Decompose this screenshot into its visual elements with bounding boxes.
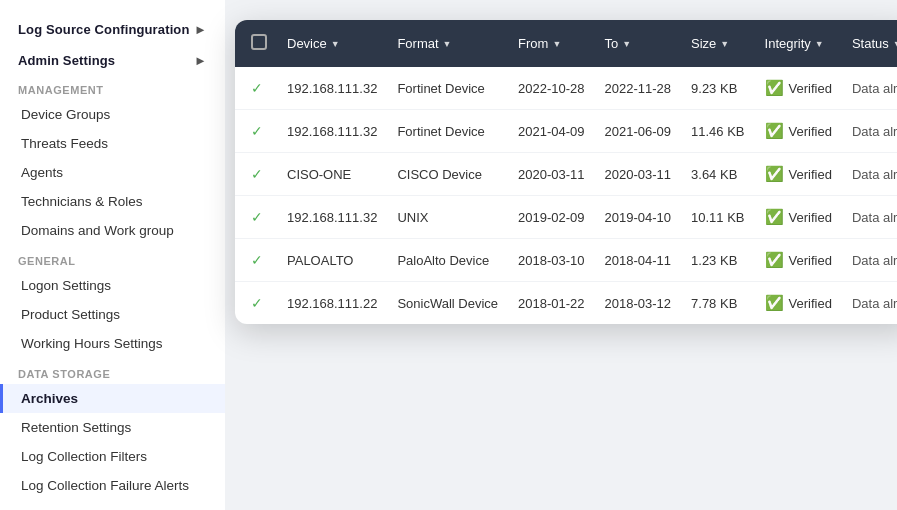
status-value: Data already available (852, 124, 897, 139)
row-check-cell[interactable]: ✓ (235, 110, 277, 153)
integrity-value: Verified (789, 210, 832, 225)
table-header: Device▼Format▼From▼To▼Size▼Integrity▼Sta… (235, 20, 897, 67)
select-all-checkbox[interactable] (251, 34, 267, 50)
sidebar: Log Source Confinguration►Admin Settings… (0, 0, 225, 510)
expand-arrow-icon: ► (194, 22, 207, 37)
integrity-cell: ✅ Verified (755, 110, 842, 153)
expand-arrow-icon: ► (194, 53, 207, 68)
status-value: Data already available (852, 81, 897, 96)
sidebar-section-title[interactable]: System Settings► (0, 500, 225, 510)
size-cell: 7.78 KB (681, 282, 755, 325)
format-cell: Fortinet Device (387, 110, 508, 153)
to-cell: 2021-06-09 (595, 110, 682, 153)
col-header-format[interactable]: Format▼ (387, 20, 508, 67)
col-header-device[interactable]: Device▼ (277, 20, 387, 67)
sort-icon: ▼ (720, 39, 729, 49)
sidebar-section-title[interactable]: Log Source Confinguration► (0, 12, 225, 43)
table-card: Device▼Format▼From▼To▼Size▼Integrity▼Sta… (235, 20, 897, 324)
sidebar-item-domains-and-work-group[interactable]: Domains and Work group (0, 216, 225, 245)
checkbox-column-header[interactable] (235, 20, 277, 67)
format-cell: Fortinet Device (387, 67, 508, 110)
sidebar-item-technicians--roles[interactable]: Technicians & Roles (0, 187, 225, 216)
sidebar-item-agents[interactable]: Agents (0, 158, 225, 187)
verified-icon: ✅ (765, 251, 784, 269)
format-cell: PaloAlto Device (387, 239, 508, 282)
table-body: ✓ 192.168.111.32 Fortinet Device 2022-10… (235, 67, 897, 324)
table-row: ✓ 192.168.111.32 UNIX 2019-02-09 2019-04… (235, 196, 897, 239)
sidebar-section-title[interactable]: Admin Settings► (0, 43, 225, 74)
sort-icon: ▼ (331, 39, 340, 49)
sort-icon: ▼ (815, 39, 824, 49)
integrity-cell: ✅ Verified (755, 239, 842, 282)
device-cell: 192.168.111.32 (277, 67, 387, 110)
row-check-icon: ✓ (251, 209, 263, 225)
size-cell: 3.64 KB (681, 153, 755, 196)
integrity-value: Verified (789, 124, 832, 139)
device-cell: 192.168.111.22 (277, 282, 387, 325)
status-cell: Data already available (842, 153, 897, 196)
sidebar-group-label: Data Storage (0, 358, 225, 384)
integrity-cell: ✅ Verified (755, 282, 842, 325)
sidebar-group-label: General (0, 245, 225, 271)
sidebar-item-working-hours-settings[interactable]: Working Hours Settings (0, 329, 225, 358)
verified-icon: ✅ (765, 79, 784, 97)
device-cell: 192.168.111.32 (277, 110, 387, 153)
integrity-cell: ✅ Verified (755, 153, 842, 196)
col-header-size[interactable]: Size▼ (681, 20, 755, 67)
sort-icon: ▼ (893, 39, 897, 49)
to-cell: 2018-04-11 (595, 239, 682, 282)
integrity-value: Verified (789, 167, 832, 182)
main-content: Device▼Format▼From▼To▼Size▼Integrity▼Sta… (225, 0, 897, 510)
sidebar-item-threats-feeds[interactable]: Threats Feeds (0, 129, 225, 158)
integrity-value: Verified (789, 81, 832, 96)
sidebar-item-retention-settings[interactable]: Retention Settings (0, 413, 225, 442)
row-check-cell[interactable]: ✓ (235, 282, 277, 325)
row-check-icon: ✓ (251, 252, 263, 268)
row-check-icon: ✓ (251, 123, 263, 139)
format-cell: SonicWall Device (387, 282, 508, 325)
table-row: ✓ 192.168.111.32 Fortinet Device 2022-10… (235, 67, 897, 110)
col-header-integrity[interactable]: Integrity▼ (755, 20, 842, 67)
to-cell: 2020-03-11 (595, 153, 682, 196)
table-row: ✓ PALOALTO PaloAlto Device 2018-03-10 20… (235, 239, 897, 282)
row-check-cell[interactable]: ✓ (235, 196, 277, 239)
from-cell: 2020-03-11 (508, 153, 595, 196)
from-cell: 2019-02-09 (508, 196, 595, 239)
integrity-value: Verified (789, 253, 832, 268)
verified-icon: ✅ (765, 122, 784, 140)
status-value: Data already available (852, 167, 897, 182)
size-cell: 11.46 KB (681, 110, 755, 153)
sidebar-item-archives[interactable]: Archives (0, 384, 225, 413)
sidebar-item-logon-settings[interactable]: Logon Settings (0, 271, 225, 300)
status-cell: Data already available (842, 239, 897, 282)
status-cell: Data already available (842, 282, 897, 325)
status-cell: Data already available (842, 196, 897, 239)
sort-icon: ▼ (443, 39, 452, 49)
from-cell: 2018-03-10 (508, 239, 595, 282)
row-check-cell[interactable]: ✓ (235, 239, 277, 282)
col-header-from[interactable]: From▼ (508, 20, 595, 67)
verified-icon: ✅ (765, 294, 784, 312)
device-cell: PALOALTO (277, 239, 387, 282)
sidebar-item-product-settings[interactable]: Product Settings (0, 300, 225, 329)
sidebar-item-device-groups[interactable]: Device Groups (0, 100, 225, 129)
verified-icon: ✅ (765, 208, 784, 226)
device-cell: 192.168.111.32 (277, 196, 387, 239)
row-check-cell[interactable]: ✓ (235, 153, 277, 196)
sort-icon: ▼ (622, 39, 631, 49)
col-header-status[interactable]: Status▼ (842, 20, 897, 67)
status-value: Data already available (852, 253, 897, 268)
sidebar-item-log-collection-filters[interactable]: Log Collection Filters (0, 442, 225, 471)
to-cell: 2018-03-12 (595, 282, 682, 325)
row-check-icon: ✓ (251, 295, 263, 311)
size-cell: 9.23 KB (681, 67, 755, 110)
status-value: Data already available (852, 296, 897, 311)
col-header-to[interactable]: To▼ (595, 20, 682, 67)
row-check-icon: ✓ (251, 80, 263, 96)
table-row: ✓ CISO-ONE CISCO Device 2020-03-11 2020-… (235, 153, 897, 196)
sidebar-item-log-collection-failure-alerts[interactable]: Log Collection Failure Alerts (0, 471, 225, 500)
to-cell: 2019-04-10 (595, 196, 682, 239)
format-cell: UNIX (387, 196, 508, 239)
status-cell: Data already available (842, 110, 897, 153)
row-check-cell[interactable]: ✓ (235, 67, 277, 110)
